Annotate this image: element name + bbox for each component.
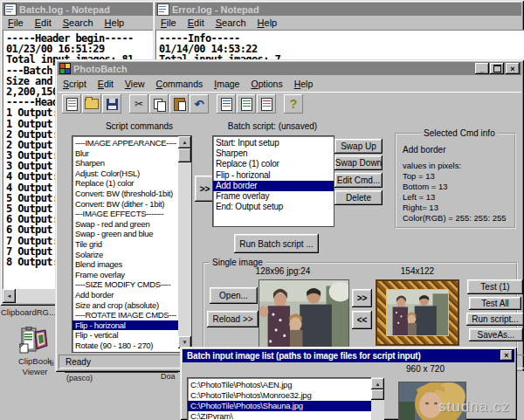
script-command-item[interactable]: Flip - vertical	[72, 330, 178, 341]
input-path-item[interactable]: C:\PhotoTile\Photos\Monroe32.jpg	[188, 390, 372, 401]
swap-up-button[interactable]: Swap Up	[334, 139, 383, 154]
scroll-thumb[interactable]	[371, 389, 384, 400]
input-list-title: Batch input image list (paths to image f…	[187, 351, 421, 361]
errorlog-menubar: File Edit Search Help	[155, 16, 521, 29]
menu-help[interactable]: Help	[289, 77, 320, 91]
swap-down-button[interactable]: Swap Down	[334, 155, 383, 170]
maximize-icon[interactable]	[490, 63, 504, 74]
undo-button[interactable]: ↶	[190, 94, 209, 114]
script-command-item[interactable]: ----IMAGE APPEARANCE----	[72, 138, 178, 148]
menu-commands[interactable]: Commands	[151, 77, 210, 91]
cut-button[interactable]: ✂	[129, 94, 148, 114]
script-command-item[interactable]: Adjust: Color(HSL)	[72, 169, 178, 179]
new-document-icon	[66, 98, 78, 111]
desktop-icon-label-clipboardrg[interactable]: ClipboardRG...	[1, 307, 56, 317]
help-button[interactable]: ?	[284, 94, 303, 114]
scroll-up-icon[interactable]: ▲	[371, 378, 384, 389]
menu-file[interactable]: File	[3, 16, 30, 30]
script-command-item[interactable]: Replace (1) color	[72, 178, 178, 189]
menu-script[interactable]: Script	[58, 77, 93, 91]
script-command-item[interactable]: ----SIZE MODIFY CMDS----	[72, 279, 178, 290]
save-as-button[interactable]: SaveAs...	[469, 328, 523, 341]
open-image-button[interactable]: Open...	[210, 287, 258, 304]
menu-search[interactable]: Search	[58, 16, 100, 30]
errorlog-titlebar[interactable]: Error.log - Notepad	[155, 3, 521, 16]
report-1-icon	[221, 98, 232, 111]
script-commands-scrollbar[interactable]: ▲ ▼	[178, 136, 191, 348]
reload-image-button[interactable]: Reload >>	[207, 311, 259, 327]
input-paths-listbox[interactable]: C:\PhotoTile\Photos\AEN.jpg C:\PhotoTile…	[187, 377, 373, 420]
minimize-icon[interactable]: _	[475, 63, 489, 74]
close-icon[interactable]: ×	[500, 350, 513, 361]
batchlog-title: Batch.log - Notepad	[19, 4, 110, 15]
script-command-item[interactable]: Frame overlay	[72, 270, 178, 280]
report-3-button[interactable]	[257, 94, 276, 114]
save-script-button[interactable]	[102, 94, 121, 114]
script-command-item[interactable]: Blur	[72, 148, 178, 159]
script-command-item[interactable]: ----ROTATE IMAGE CMDS---	[72, 310, 178, 320]
script-command-item-selected[interactable]: Flip - horizonal	[72, 320, 178, 331]
batch-script-item[interactable]: Replace (1) color	[213, 159, 334, 169]
report-2-button[interactable]	[237, 94, 256, 114]
script-command-item[interactable]: Swap - green and blue	[72, 229, 178, 239]
script-command-item[interactable]: Rotate (90 - 180 - 270)	[72, 341, 178, 351]
menu-image[interactable]: Image	[209, 77, 245, 91]
cmd-info-line: values in pixels:	[403, 161, 461, 170]
input-list-titlebar[interactable]: Batch input image list (paths to image f…	[183, 349, 514, 362]
scroll-left-icon[interactable]: ◄	[3, 289, 16, 303]
menu-file[interactable]: File	[155, 16, 183, 30]
test-all-button[interactable]: Test All	[469, 297, 521, 310]
report-1-button[interactable]	[217, 94, 236, 114]
input-path-item[interactable]: C:\ZIPvram\	[188, 411, 372, 420]
undo-arrow-icon: ↶	[195, 99, 204, 110]
script-command-item[interactable]: Add border	[72, 290, 178, 300]
script-command-item[interactable]: ---IMAGE EFFECTS-------	[72, 209, 178, 219]
script-command-item[interactable]: Size and crop (absolute)	[72, 300, 178, 311]
script-command-item[interactable]: Convert: BW (dither - 1bit)	[72, 199, 178, 210]
selected-cmd-info-group: Selected Cmd info Add border values in p…	[395, 133, 516, 229]
edit-cmd-button[interactable]: Edit Cmd...	[334, 173, 383, 188]
copy-button[interactable]	[149, 94, 169, 114]
menu-search[interactable]: Search	[210, 16, 252, 30]
run-script-button[interactable]: Run script...	[466, 313, 524, 326]
apply-script-button[interactable]: >>	[352, 289, 372, 307]
menu-edit[interactable]: Edit	[183, 16, 210, 30]
input-path-item-selected[interactable]: C:\PhotoTile\Photos\Shauna.jpg	[188, 401, 372, 411]
test-one-button[interactable]: Test (1)	[467, 279, 523, 294]
batch-script-item[interactable]: Start: Input setup	[213, 138, 334, 148]
batch-script-item[interactable]: Flip - horizonal	[213, 170, 334, 181]
desktop-label-fragment-pasco: (pasco)	[66, 374, 93, 382]
menu-help[interactable]: Help	[252, 16, 284, 30]
delete-button[interactable]: Delete	[334, 190, 383, 205]
scroll-thumb[interactable]	[178, 148, 191, 162]
batch-script-item-selected[interactable]: Add border	[213, 181, 334, 191]
script-commands-listbox[interactable]: ----IMAGE APPEARANCE---- Blur Sharpen Ad…	[72, 135, 192, 353]
script-command-item[interactable]: Tile grid	[72, 239, 178, 250]
menu-edit[interactable]: Edit	[30, 16, 58, 30]
cmd-info-name: Add border	[403, 145, 445, 155]
menu-help[interactable]: Help	[100, 16, 131, 30]
batch-script-item[interactable]: Frame overlay	[213, 191, 334, 202]
script-command-item[interactable]: Swap - red and green	[72, 219, 178, 230]
menu-view[interactable]: View	[120, 77, 151, 91]
clipbook-viewer-icon[interactable]	[19, 327, 51, 355]
input-paths-scrollbar[interactable]: ▲	[371, 377, 384, 420]
batch-script-listbox[interactable]: Start: Input setup Sharpen Replace (1) c…	[212, 135, 334, 227]
menu-edit[interactable]: Edit	[93, 77, 120, 91]
batch-script-item[interactable]: End: Output setup	[213, 202, 334, 212]
menu-options[interactable]: Options	[245, 77, 288, 91]
close-icon[interactable]: ×	[506, 63, 520, 74]
scroll-up-icon[interactable]: ▲	[178, 136, 191, 148]
new-script-button[interactable]	[62, 94, 81, 114]
paste-button[interactable]	[169, 94, 189, 114]
photobatch-titlebar[interactable]: PhotoBatch _ ×	[58, 62, 521, 75]
script-command-item[interactable]: Sharpen	[72, 158, 178, 169]
input-path-item[interactable]: C:\PhotoTile\Photos\AEN.jpg	[188, 380, 372, 390]
script-command-item[interactable]: Convert: BW (threshold-1bit)	[72, 189, 178, 199]
script-command-item[interactable]: Solarize	[72, 250, 178, 260]
script-command-item[interactable]: Blend images	[72, 259, 178, 270]
open-script-button[interactable]	[82, 94, 101, 114]
batch-script-item[interactable]: Sharpen	[213, 148, 334, 159]
revert-image-button[interactable]: <<	[352, 311, 372, 329]
run-batch-script-button[interactable]: Run Batch script ...	[234, 234, 319, 253]
